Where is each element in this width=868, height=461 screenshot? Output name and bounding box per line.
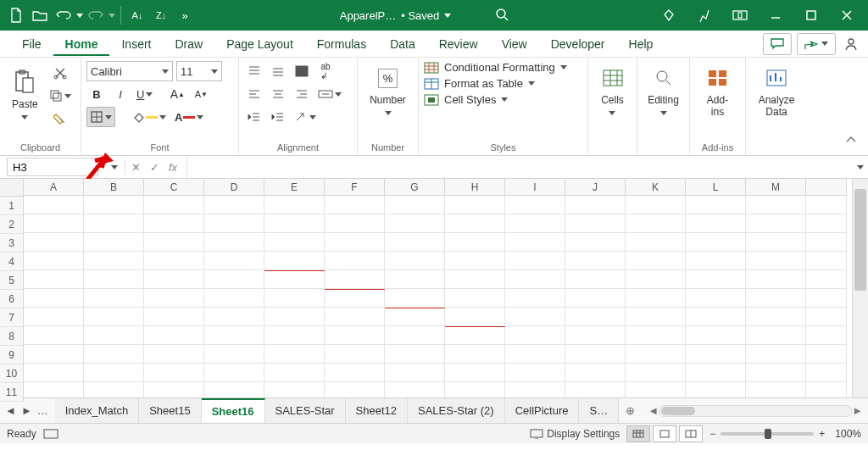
cell[interactable]	[385, 196, 445, 214]
cell[interactable]	[84, 270, 144, 289]
cell[interactable]	[686, 214, 746, 233]
cell[interactable]	[505, 382, 565, 397]
sheet-tab[interactable]: Sheet16	[202, 398, 265, 423]
cell[interactable]	[325, 364, 385, 382]
align-top-icon[interactable]	[244, 61, 264, 81]
tab-nav-more-icon[interactable]: …	[37, 404, 48, 417]
cell[interactable]	[385, 289, 445, 308]
align-middle-icon[interactable]	[268, 61, 288, 81]
cell[interactable]	[746, 364, 806, 382]
cell[interactable]	[746, 289, 806, 308]
cells-button[interactable]: Cells	[593, 61, 632, 120]
cell[interactable]	[24, 345, 84, 364]
cell[interactable]	[746, 196, 806, 214]
new-sheet-button[interactable]: ⊕	[619, 404, 641, 417]
cell[interactable]	[385, 364, 445, 382]
cell[interactable]	[204, 382, 264, 397]
menu-view[interactable]: View	[490, 32, 539, 56]
share-button[interactable]	[797, 33, 836, 55]
cell[interactable]	[626, 252, 686, 270]
cell[interactable]	[505, 270, 565, 289]
sheet-tab[interactable]: Index_Match	[55, 398, 139, 423]
cell[interactable]	[445, 270, 505, 289]
cell[interactable]	[84, 364, 144, 382]
cell[interactable]	[24, 382, 84, 397]
cell[interactable]	[565, 326, 626, 345]
cell[interactable]	[264, 345, 325, 364]
cell[interactable]	[565, 270, 626, 289]
horizontal-scrollbar[interactable]	[659, 405, 852, 417]
cell-grid[interactable]	[24, 196, 852, 397]
cell[interactable]	[445, 326, 505, 345]
tab-nav-prev-icon[interactable]: ◄	[5, 404, 16, 417]
cell[interactable]	[144, 270, 204, 289]
font-name-select[interactable]: Calibri	[86, 61, 173, 81]
cell[interactable]	[84, 308, 144, 326]
cell[interactable]	[204, 308, 264, 326]
decrease-font-button[interactable]: A▼	[191, 84, 211, 104]
cell[interactable]	[144, 326, 204, 345]
cell[interactable]	[686, 326, 746, 345]
cell[interactable]	[565, 308, 626, 326]
qat-more-icon[interactable]: »	[174, 3, 196, 27]
cell[interactable]	[626, 214, 686, 233]
cell[interactable]	[204, 289, 264, 308]
cell[interactable]	[84, 326, 144, 345]
bold-button[interactable]: B	[86, 84, 107, 104]
column-header[interactable]: G	[385, 179, 445, 196]
cell[interactable]	[325, 252, 385, 270]
redo-history-dropdown[interactable]	[108, 14, 115, 18]
cell[interactable]	[204, 345, 264, 364]
row-header[interactable]: 2	[0, 215, 24, 234]
account-icon[interactable]	[841, 34, 861, 54]
cell[interactable]	[385, 308, 445, 326]
cell[interactable]	[746, 214, 806, 233]
cell[interactable]	[686, 270, 746, 289]
analyze-data-button[interactable]: Analyze Data	[751, 61, 802, 120]
menu-formulas[interactable]: Formulas	[305, 32, 378, 56]
column-header[interactable]: E	[264, 179, 325, 196]
cell[interactable]	[84, 196, 144, 214]
cell[interactable]	[264, 214, 325, 233]
cell[interactable]	[24, 233, 84, 252]
ribbon-display-icon[interactable]	[724, 3, 756, 27]
sheet-tab[interactable]: SALES-Star	[265, 398, 346, 423]
column-header[interactable]: F	[325, 179, 385, 196]
cell[interactable]	[24, 326, 84, 345]
select-all-corner[interactable]	[0, 179, 24, 197]
cut-button[interactable]	[47, 63, 74, 83]
sort-desc-icon[interactable]: Z↓	[150, 3, 172, 27]
cell[interactable]	[325, 196, 385, 214]
cell[interactable]	[445, 308, 505, 326]
cell[interactable]	[445, 382, 505, 397]
search-icon[interactable]	[495, 8, 509, 24]
cell[interactable]	[385, 326, 445, 345]
view-normal-icon[interactable]	[626, 425, 650, 442]
cell[interactable]	[806, 196, 847, 214]
cell[interactable]	[505, 345, 565, 364]
cell[interactable]	[505, 289, 565, 308]
cell[interactable]	[264, 270, 325, 289]
align-left-icon[interactable]	[244, 84, 264, 104]
cell[interactable]	[806, 326, 847, 345]
cell[interactable]	[746, 270, 806, 289]
column-header[interactable]: K	[626, 179, 686, 196]
cell[interactable]	[806, 345, 847, 364]
number-format-button[interactable]: % Number	[363, 61, 413, 120]
cell[interactable]	[385, 382, 445, 397]
cell[interactable]	[325, 270, 385, 289]
namebox-dropdown-icon[interactable]	[106, 165, 123, 169]
new-file-icon[interactable]	[5, 3, 27, 27]
cell[interactable]	[84, 252, 144, 270]
cell[interactable]	[626, 270, 686, 289]
view-pagebreak-icon[interactable]	[679, 425, 703, 442]
cell[interactable]	[264, 364, 325, 382]
cell[interactable]	[325, 214, 385, 233]
cell[interactable]	[806, 382, 847, 397]
increase-indent-icon[interactable]	[268, 107, 288, 127]
cell[interactable]	[746, 345, 806, 364]
cell[interactable]	[24, 308, 84, 326]
cell[interactable]	[24, 364, 84, 382]
cell[interactable]	[806, 214, 847, 233]
cell[interactable]	[144, 345, 204, 364]
